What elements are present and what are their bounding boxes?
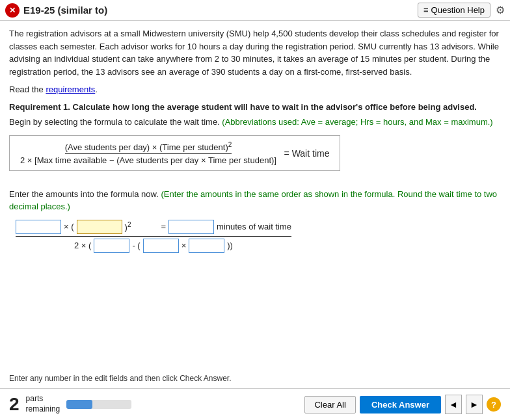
numerator-row: × ( )2 = minutes of wait time (16, 220, 291, 237)
header-right: ≡ Question Help ⚙ (418, 3, 505, 18)
denom-close: )) (227, 241, 233, 250)
denom-input1[interactable] (94, 239, 129, 253)
bottom-hint-area: Enter any number in the edit fields and … (0, 371, 510, 388)
check-answer-button[interactable]: Check Answer (360, 396, 441, 413)
read-requirements: Read the requirements. (9, 85, 501, 94)
header: ✕ E19-25 (similar to) ≡ Question Help ⚙ (0, 0, 510, 21)
requirement-title: Requirement 1. Calculate how long the av… (9, 102, 501, 112)
progress-bar (66, 400, 131, 409)
intro-text: The registration advisors at a small Mid… (9, 27, 501, 78)
equals-label: = (161, 222, 166, 231)
input-formula-section: × ( )2 = minutes of wait time 2 × ( - ( … (9, 220, 501, 253)
numerator-input2[interactable] (77, 220, 122, 234)
content-area: The registration advisors at a small Mid… (0, 21, 510, 371)
times-label: × ( (64, 222, 74, 231)
abbreviations-note: (Abbreviations used: Ave = average; Hrs … (222, 117, 492, 127)
page-title: E19-25 (similar to) (23, 5, 107, 16)
question-help-button[interactable]: ≡ Question Help (418, 3, 490, 18)
parts-label: parts remaining (26, 394, 60, 414)
bottom-left: 2 parts remaining (9, 394, 131, 415)
list-icon: ≡ (423, 5, 429, 15)
bottom-right: Clear All Check Answer ◄ ► ? (304, 395, 501, 414)
parts-number: 2 (9, 394, 20, 415)
formula-denominator: 2 × [Max time available − (Ave students … (20, 154, 276, 165)
denom-minus: - ( (132, 241, 140, 250)
minutes-label: minutes of wait time (217, 222, 291, 231)
bottom-bar: 2 parts remaining Clear All Check Answer… (0, 388, 510, 420)
formula-equals: = Wait time (284, 148, 330, 158)
result-input[interactable] (168, 220, 214, 234)
select-formula-text: Begin by selecting the formula to calcul… (9, 116, 501, 129)
requirements-link[interactable]: requirements (46, 85, 95, 94)
numerator-input1[interactable] (16, 220, 61, 234)
enter-amounts-text: Enter the amounts into the formula now. … (9, 188, 501, 213)
help-button[interactable]: ? (487, 397, 501, 412)
nav-prev-button[interactable]: ◄ (445, 395, 462, 414)
formula-fraction: (Ave students per day) × (Time per stude… (20, 141, 276, 165)
formula-display: (Ave students per day) × (Time per stude… (9, 135, 340, 171)
denom-input2[interactable] (143, 239, 179, 253)
squared-label: )2 (125, 221, 131, 232)
fraction-input: × ( )2 = minutes of wait time 2 × ( - ( … (16, 220, 291, 253)
denom-prefix: 2 × ( (74, 241, 91, 250)
clear-all-button[interactable]: Clear All (304, 396, 355, 413)
header-left: ✕ E19-25 (similar to) (5, 3, 107, 18)
bottom-hint-text: Enter any number in the edit fields and … (9, 374, 501, 383)
denominator-row: 2 × ( - ( × )) (74, 237, 233, 253)
nav-next-button[interactable]: ► (466, 395, 483, 414)
progress-bar-fill (66, 400, 92, 409)
denom-times: × (181, 241, 187, 250)
denom-input3[interactable] (189, 239, 224, 253)
formula-numerator: (Ave students per day) × (Time per stude… (65, 141, 232, 154)
close-icon[interactable]: ✕ (5, 3, 20, 18)
gear-button[interactable]: ⚙ (496, 4, 505, 16)
